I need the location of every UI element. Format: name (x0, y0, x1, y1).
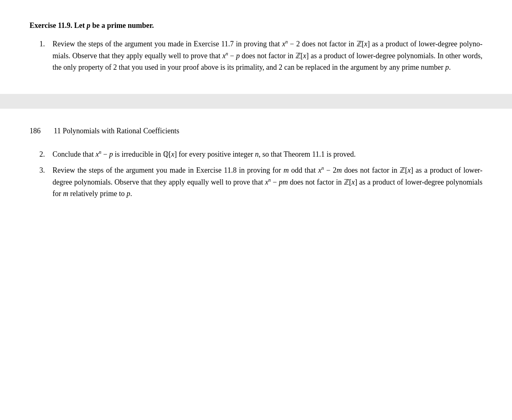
exercise-list-top: 1. Review the steps of the argument you … (39, 38, 482, 73)
exercise-list-bottom: 2. Conclude that xn − p is irreducible i… (39, 148, 482, 200)
list-item-2: 2. Conclude that xn − p is irreducible i… (39, 148, 482, 160)
list-content-3: Review the steps of the argument you mad… (53, 164, 482, 200)
list-item: 1. Review the steps of the argument you … (39, 38, 482, 73)
bottom-section: 186 11 Polynomials with Rational Coeffic… (0, 109, 512, 224)
page-number: 186 (30, 125, 41, 137)
chapter-header: 186 11 Polynomials with Rational Coeffic… (30, 125, 482, 137)
list-number-3: 3. (39, 164, 53, 176)
list-number-1: 1. (39, 38, 53, 50)
exercise-title: Exercise 11.9. Let p be a prime number. (30, 20, 482, 32)
list-content-2: Conclude that xn − p is irreducible in ℚ… (53, 148, 482, 160)
list-item-3: 3. Review the steps of the argument you … (39, 164, 482, 200)
exercise-label: Exercise 11.9. (30, 21, 72, 30)
list-number-2: 2. (39, 148, 53, 160)
chapter-title: 11 Polynomials with Rational Coefficient… (54, 125, 179, 137)
list-content-1: Review the steps of the argument you mad… (53, 38, 482, 73)
page-divider (0, 94, 512, 109)
top-section: Exercise 11.9. Let p be a prime number. … (0, 0, 512, 94)
